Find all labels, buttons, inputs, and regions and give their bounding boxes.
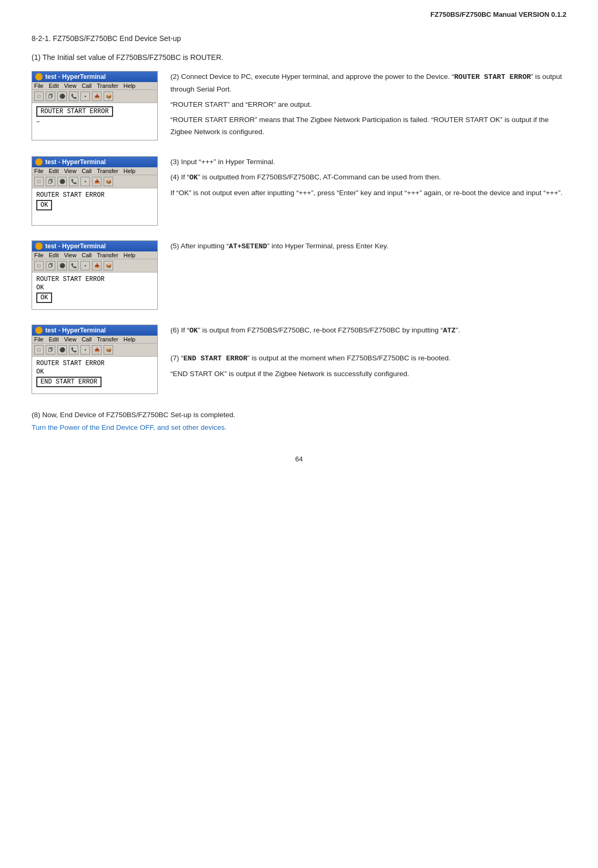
- menu-transfer-2[interactable]: Transfer: [97, 168, 118, 174]
- terminal-cursor-1: –: [36, 118, 153, 126]
- toolbar-props[interactable]: ⚫: [57, 92, 67, 101]
- text-col-1: (2) Connect Device to PC, execute Hyper …: [170, 71, 566, 142]
- bottom-p2: Turn the Power of the End Device OFF, an…: [32, 421, 566, 434]
- menu-edit-3[interactable]: Edit: [49, 252, 59, 258]
- menu-file-4[interactable]: File: [34, 336, 44, 342]
- section-heading: 8-2-1. FZ750BS/FZ750BC End Device Set-up: [32, 34, 566, 43]
- terminal-menubar-4[interactable]: File Edit View Call Transfer Help: [32, 336, 157, 344]
- toolbar-dial[interactable]: 📞: [69, 92, 78, 101]
- step1-text: (1) The Initial set value of FZ750BS/FZ7…: [32, 53, 566, 62]
- toolbar3-dial[interactable]: 📞: [69, 261, 78, 270]
- menu-transfer-1[interactable]: Transfer: [97, 83, 118, 89]
- text4-p2: (7) “END START ERROR” is output at the m…: [170, 352, 566, 365]
- menu-help-2[interactable]: Help: [124, 168, 136, 174]
- terminal-content-1: ROUTER START ERROR –: [32, 103, 157, 140]
- menu-edit-1[interactable]: Edit: [49, 83, 59, 89]
- terminal-output-router-4: ROUTER START ERROR: [36, 360, 153, 367]
- terminal-icon-1: [35, 73, 43, 80]
- toolbar3-disconnect[interactable]: ▪: [80, 261, 90, 270]
- menu-transfer-4[interactable]: Transfer: [97, 336, 118, 342]
- terminal-toolbar-2: □ 🗍 ⚫ 📞 ▪ 📥 📦: [32, 175, 157, 188]
- menu-call-1[interactable]: Call: [82, 83, 92, 89]
- toolbar4-props[interactable]: ⚫: [57, 345, 67, 355]
- menu-file-2[interactable]: File: [34, 168, 44, 174]
- terminal-window-2: test - HyperTerminal File Edit View Call…: [32, 156, 158, 226]
- toolbar2-send[interactable]: 📥: [92, 177, 102, 186]
- text3-p1: (5) After inputting “AT+SETEND” into Hyp…: [170, 240, 566, 253]
- bottom-section: (8) Now, End Device of FZ750BS/FZ750BC S…: [32, 409, 566, 435]
- toolbar4-send[interactable]: 📥: [92, 345, 102, 355]
- menu-edit-2[interactable]: Edit: [49, 168, 59, 174]
- menu-view-4[interactable]: View: [64, 336, 77, 342]
- content-row-1: test - HyperTerminal File Edit View Call…: [32, 71, 566, 142]
- toolbar3-receive[interactable]: 📦: [104, 261, 113, 270]
- manual-title: FZ750BS/FZ750BC Manual VERSION 0.1.2: [430, 11, 566, 18]
- terminal-output-ok3b: OK: [36, 292, 52, 303]
- menu-file-3[interactable]: File: [34, 252, 44, 258]
- toolbar3-new[interactable]: □: [34, 261, 44, 270]
- menu-call-3[interactable]: Call: [82, 252, 92, 258]
- toolbar2-open[interactable]: 🗍: [46, 177, 55, 186]
- menu-view-1[interactable]: View: [64, 83, 77, 89]
- terminal-content-3: ROUTER START ERROR OK OK: [32, 272, 157, 309]
- menu-help-1[interactable]: Help: [124, 83, 136, 89]
- toolbar4-open[interactable]: 🗍: [46, 345, 55, 355]
- menu-call-4[interactable]: Call: [82, 336, 92, 342]
- toolbar-new[interactable]: □: [34, 92, 44, 101]
- toolbar-open[interactable]: 🗍: [46, 92, 55, 101]
- terminal-content-4: ROUTER START ERROR OK END START ERROR: [32, 357, 157, 393]
- toolbar4-new[interactable]: □: [34, 345, 44, 355]
- terminal-output-end-error: END START ERROR: [36, 377, 102, 387]
- terminal-toolbar-1: □ 🗍 ⚫ 📞 ▪ 📥 📦: [32, 90, 157, 103]
- text1-p2: “ROUTER START” and “ERROR” are output.: [170, 99, 566, 111]
- text-col-3: (5) After inputting “AT+SETEND” into Hyp…: [170, 240, 566, 256]
- menu-help-3[interactable]: Help: [124, 252, 136, 258]
- text2-p2: (4) If “OK” is outputted from FZ750BS/FZ…: [170, 171, 566, 184]
- toolbar3-props[interactable]: ⚫: [57, 261, 67, 270]
- text2-p1: (3) Input “+++” in Hyper Terminal.: [170, 156, 566, 168]
- terminal-output-ok3a: OK: [36, 284, 153, 291]
- toolbar-receive[interactable]: 📦: [104, 92, 113, 101]
- toolbar4-dial[interactable]: 📞: [69, 345, 78, 355]
- toolbar-send[interactable]: 📥: [92, 92, 102, 101]
- toolbar2-disconnect[interactable]: ▪: [80, 177, 90, 186]
- menu-help-4[interactable]: Help: [124, 336, 136, 342]
- terminal-menubar-3[interactable]: File Edit View Call Transfer Help: [32, 251, 157, 259]
- terminal-toolbar-4: □ 🗍 ⚫ 📞 ▪ 📥 📦: [32, 344, 157, 357]
- menu-file-1[interactable]: File: [34, 83, 44, 89]
- text2-p3: If “OK” is not output even after inputti…: [170, 187, 566, 199]
- text-col-2: (3) Input “+++” in Hyper Terminal. (4) I…: [170, 156, 566, 203]
- terminal-window-4: test - HyperTerminal File Edit View Call…: [32, 325, 158, 394]
- menu-call-2[interactable]: Call: [82, 168, 92, 174]
- toolbar2-receive[interactable]: 📦: [104, 177, 113, 186]
- terminal-menubar-1[interactable]: File Edit View Call Transfer Help: [32, 82, 157, 90]
- toolbar-disconnect[interactable]: ▪: [80, 92, 90, 101]
- menu-edit-4[interactable]: Edit: [49, 336, 59, 342]
- terminal-toolbar-3: □ 🗍 ⚫ 📞 ▪ 📥 📦: [32, 259, 157, 272]
- terminal-output-router-2: ROUTER START ERROR: [36, 191, 153, 199]
- page-header: FZ750BS/FZ750BC Manual VERSION 0.1.2: [32, 11, 566, 18]
- terminal-icon-3: [35, 243, 43, 250]
- bottom-p1: (8) Now, End Device of FZ750BS/FZ750BC S…: [32, 409, 566, 421]
- menu-transfer-3[interactable]: Transfer: [97, 252, 118, 258]
- menu-view-3[interactable]: View: [64, 252, 77, 258]
- toolbar2-props[interactable]: ⚫: [57, 177, 67, 186]
- text4-p1: (6) If “OK” is output from FZ750BS/FZ750…: [170, 325, 566, 337]
- terminal-window-3: test - HyperTerminal File Edit View Call…: [32, 240, 158, 310]
- terminal-menubar-2[interactable]: File Edit View Call Transfer Help: [32, 167, 157, 175]
- terminal-titlebar-4: test - HyperTerminal: [32, 325, 157, 336]
- content-row-3: test - HyperTerminal File Edit View Call…: [32, 240, 566, 310]
- menu-view-2[interactable]: View: [64, 168, 77, 174]
- terminal-output-ok4: OK: [36, 368, 153, 376]
- terminal-titlebar-1: test - HyperTerminal: [32, 72, 157, 82]
- text-col-4: (6) If “OK” is output from FZ750BS/FZ750…: [170, 325, 566, 383]
- terminal-titlebar-3: test - HyperTerminal: [32, 241, 157, 251]
- toolbar3-send[interactable]: 📥: [92, 261, 102, 270]
- toolbar3-open[interactable]: 🗍: [46, 261, 55, 270]
- terminal-content-2: ROUTER START ERROR OK: [32, 188, 157, 225]
- toolbar2-dial[interactable]: 📞: [69, 177, 78, 186]
- page-number: 64: [32, 455, 566, 463]
- toolbar2-new[interactable]: □: [34, 177, 44, 186]
- toolbar4-receive[interactable]: 📦: [104, 345, 113, 355]
- toolbar4-disconnect[interactable]: ▪: [80, 345, 90, 355]
